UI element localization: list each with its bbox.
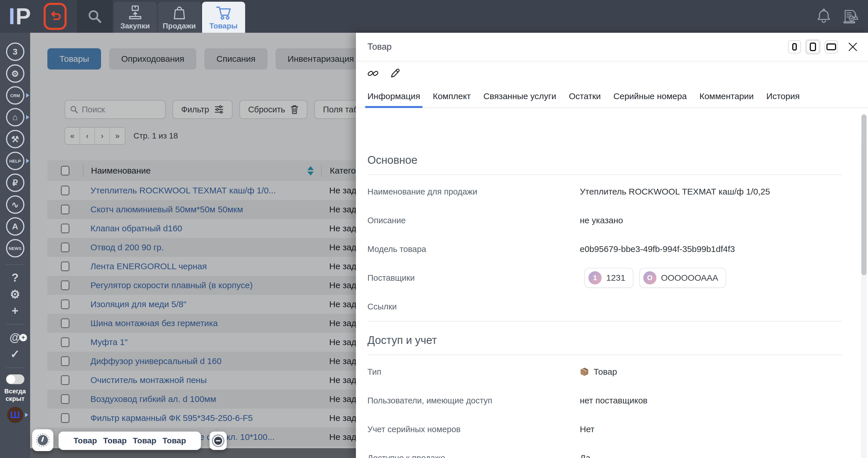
sidebar-item-news[interactable]: NEWS: [6, 239, 24, 257]
field-value: не указано: [580, 216, 623, 225]
expand-arrow-icon: [26, 115, 29, 119]
field-row: Тип: [367, 357, 842, 386]
panel-tab[interactable]: История: [766, 85, 800, 108]
sidebar-secondary-group: ? ⚙ +: [10, 271, 20, 321]
sidebar-item-analytics[interactable]: ∿: [6, 195, 24, 214]
avatar[interactable]: Ш: [7, 407, 23, 423]
field-row: Учет серийных номеров Нет: [367, 415, 842, 443]
window-size-medium-button[interactable]: [806, 40, 819, 53]
panel-tab[interactable]: Комментарии: [700, 85, 754, 108]
window-size-large-button[interactable]: [825, 40, 838, 53]
sidebar-item-checklist[interactable]: ✓: [9, 347, 21, 361]
global-search-button[interactable]: [77, 0, 113, 33]
top-navigation: Закупки Продажи Товары: [114, 0, 246, 33]
sidebar-item-settings[interactable]: ⚙: [10, 288, 20, 301]
panel-tab-label: Комментарии: [700, 91, 754, 101]
field-label: Учет серийных номеров: [367, 425, 580, 434]
undo-arrow-icon: [49, 11, 62, 22]
field-label: Поставщики: [367, 273, 580, 283]
supplier-chip[interactable]: О ООООООААА: [639, 268, 726, 288]
sidebar-item-helpdesk[interactable]: HELP: [6, 152, 24, 170]
stamp-document-icon[interactable]: [842, 8, 859, 24]
field-row: Ссылки: [367, 292, 842, 321]
dock-item-product[interactable]: Товар: [73, 436, 97, 446]
top-nav-sales[interactable]: Продажи: [158, 2, 201, 33]
sidebar-divider: [6, 324, 24, 325]
close-button[interactable]: [847, 41, 858, 52]
sidebar-item-finance[interactable]: ₽: [6, 174, 24, 192]
sidebar-divider: [6, 264, 24, 265]
expand-arrow-icon: [26, 159, 29, 163]
supplier-name: 1231: [606, 273, 625, 283]
field-value-text: Да: [580, 453, 590, 458]
panel-toolbar: [356, 61, 868, 85]
always-hidden-label: Всегда скрыт: [0, 388, 30, 403]
sidebar-item-add-note[interactable]: +: [10, 304, 20, 317]
sidebar-item-help[interactable]: ?: [10, 271, 20, 284]
dock-item-product[interactable]: Товар: [162, 436, 186, 446]
panel-tab[interactable]: Информация: [367, 85, 420, 108]
panel-tab[interactable]: Связанные услуги: [484, 85, 556, 108]
sidebar-item-catalog[interactable]: A: [6, 217, 24, 236]
field-value-text: нет поставщиков: [580, 396, 648, 405]
user-avatar-row: Ш: [7, 407, 23, 423]
recorder-dial-button[interactable]: [32, 429, 53, 451]
notifications-bell-icon[interactable]: [816, 8, 832, 24]
back-button[interactable]: [43, 3, 67, 30]
panel-tab-label: История: [766, 91, 800, 101]
top-nav-label: Закупки: [120, 22, 150, 30]
section-fields: Тип: [367, 357, 842, 458]
panel-tabs: Информация Комплект Связанные услуги Ост…: [356, 85, 868, 108]
shopping-cart-icon: [216, 4, 231, 20]
supplier-chip[interactable]: 1 1231: [584, 268, 633, 288]
scrollbar-thumb[interactable]: [861, 114, 867, 275]
app-logo[interactable]: I P: [0, 0, 31, 33]
dial-icon: [36, 433, 50, 447]
modal-overlay[interactable]: [30, 33, 356, 458]
logo-letter-i: I: [9, 5, 15, 28]
field-label: Пользователи, имеющие доступ: [367, 396, 580, 405]
sidebar: 3 ⚙ CRM ⌂ ⚒: [0, 33, 30, 458]
field-value: Товар: [580, 367, 617, 377]
sidebar-divider: [6, 368, 24, 368]
dock-item-product[interactable]: Товар: [133, 436, 156, 446]
field-value: e0b95679-bbe3-49fb-994f-35b99b1df4f3: [580, 244, 735, 254]
add-badge-icon[interactable]: +: [20, 334, 27, 341]
topbar-right-icons: [816, 0, 868, 33]
copy-link-icon[interactable]: [367, 67, 379, 79]
field-label: Доступно к продаже: [367, 453, 580, 458]
field-label: Описание: [367, 216, 580, 225]
panel-tab[interactable]: Комплект: [433, 85, 471, 108]
section-divider: [367, 174, 842, 175]
window-size-small-button[interactable]: [788, 40, 801, 53]
supplier-chips: 1 1231 О ООООООААА: [584, 268, 726, 288]
field-label: Ссылки: [367, 302, 580, 312]
app: I P: [0, 0, 868, 458]
dock-item-product[interactable]: Товар: [103, 436, 127, 446]
field-row: Наименование для продажи Утеплитель ROCK…: [367, 177, 842, 206]
supplier-avatar: 1: [588, 271, 601, 284]
section-title: Основное: [367, 154, 842, 166]
sidebar-item-calendar[interactable]: 3: [6, 42, 24, 61]
top-nav-products[interactable]: Товары: [202, 2, 245, 33]
expand-arrow-icon: [26, 93, 29, 98]
recorder-stop-button[interactable]: [210, 432, 227, 450]
window-small-icon: [792, 43, 797, 51]
edit-pencil-icon[interactable]: [389, 67, 401, 79]
sidebar-item-tools[interactable]: ⚒: [6, 130, 24, 148]
sidebar-item-contacts[interactable]: @ +: [9, 331, 21, 344]
search-icon: [87, 9, 102, 24]
field-row: Описание не указано: [367, 206, 842, 235]
sidebar-item-crm[interactable]: CRM: [6, 86, 24, 105]
sidebar-primary-group: 3 ⚙ CRM ⌂ ⚒: [6, 42, 24, 261]
stop-icon: [212, 434, 224, 447]
panel-tab[interactable]: Серийные номера: [613, 85, 687, 108]
always-hidden-toggle[interactable]: [6, 374, 24, 384]
sidebar-item-documents[interactable]: ⚙: [6, 64, 24, 83]
sidebar-item-warehouse[interactable]: ⌂: [6, 108, 24, 126]
top-nav-purchases[interactable]: Закупки: [114, 2, 157, 33]
panel-tab[interactable]: Остатки: [569, 85, 601, 108]
field-label: Наименование для продажи: [367, 187, 580, 197]
field-value-text: Товар: [594, 367, 617, 377]
panel-tab-label: Комплект: [433, 91, 471, 101]
